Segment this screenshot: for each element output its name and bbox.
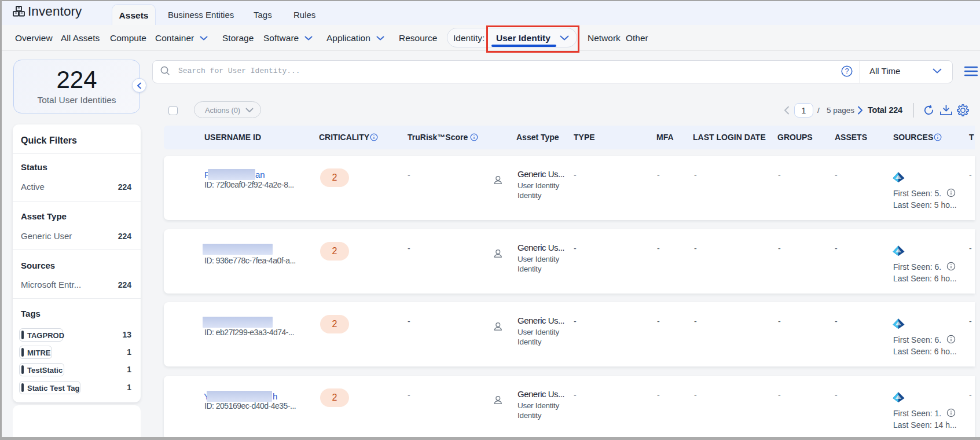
svg-text:?: ? <box>845 67 849 75</box>
